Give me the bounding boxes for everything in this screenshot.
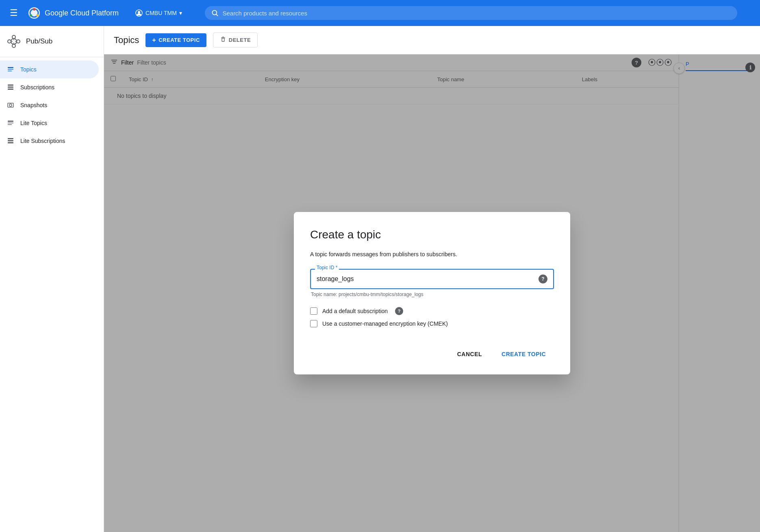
create-topic-dialog-button[interactable]: CREATE TOPIC	[493, 347, 554, 361]
sidebar-item-label-subscriptions: Subscriptions	[20, 84, 54, 91]
main-layout: Pub/Sub Topics	[0, 26, 760, 532]
app-name: Google Cloud Platform	[45, 9, 119, 17]
sidebar-nav: Topics Subscriptions	[0, 57, 104, 153]
menu-icon[interactable]: ☰	[7, 4, 21, 22]
svg-rect-30	[8, 140, 13, 141]
dialog-overlay[interactable]: Create a topic A topic forwards messages…	[104, 54, 760, 532]
sidebar-brand-name: Pub/Sub	[26, 37, 52, 45]
sidebar-item-topics[interactable]: Topics	[0, 61, 99, 78]
cmek-checkbox-item[interactable]: Use a customer-managed encryption key (C…	[310, 320, 554, 327]
sidebar-brand: Pub/Sub	[0, 26, 104, 57]
lite-subscriptions-icon	[7, 137, 15, 145]
svg-rect-29	[8, 138, 13, 139]
checkbox-group: Add a default subscription ? Use a custo…	[310, 307, 554, 327]
topics-icon	[7, 65, 15, 74]
create-topic-dialog: Create a topic A topic forwards messages…	[294, 212, 570, 374]
dialog-description: A topic forwards messages from publisher…	[310, 251, 554, 257]
topic-id-label: Topic ID *	[315, 265, 339, 270]
svg-rect-31	[8, 142, 13, 143]
plus-icon: +	[152, 37, 156, 44]
svg-line-8	[216, 14, 218, 16]
sidebar-item-label-topics: Topics	[20, 66, 37, 73]
svg-rect-22	[8, 87, 13, 88]
cmek-label: Use a customer-managed encryption key (C…	[322, 320, 448, 327]
lite-topics-icon	[7, 119, 15, 127]
svg-rect-28	[8, 124, 12, 125]
cancel-button[interactable]: CANCEL	[449, 347, 490, 361]
create-topic-button[interactable]: + CREATE TOPIC	[145, 33, 206, 47]
snapshots-icon	[7, 101, 15, 109]
topbar: ☰ Google Cloud Platform CMBU TMM ▾	[0, 0, 760, 26]
dialog-actions: CANCEL CREATE TOPIC	[310, 347, 554, 361]
default-subscription-checkbox[interactable]	[310, 307, 317, 315]
sidebar-item-lite-subscriptions[interactable]: Lite Subscriptions	[0, 132, 99, 150]
svg-point-11	[12, 44, 15, 48]
sidebar: Pub/Sub Topics	[0, 26, 104, 532]
topic-name-hint: Topic name: projects/cmbu-tmm/topics/sto…	[310, 292, 554, 297]
search-icon	[211, 9, 219, 17]
svg-point-25	[9, 104, 12, 106]
page-title: Topics	[114, 35, 139, 45]
trash-icon	[220, 36, 226, 44]
search-input[interactable]	[222, 10, 731, 17]
account-name: CMBU TMM	[145, 10, 177, 16]
default-subscription-label: Add a default subscription	[322, 308, 388, 314]
search-bar[interactable]	[205, 6, 737, 20]
sidebar-item-subscriptions[interactable]: Subscriptions	[0, 78, 99, 96]
svg-rect-19	[8, 69, 13, 70]
cmek-checkbox[interactable]	[310, 320, 317, 327]
sidebar-item-label-snapshots: Snapshots	[20, 102, 47, 108]
svg-point-12	[8, 40, 11, 43]
content-area: Topics + CREATE TOPIC DELETE	[104, 26, 760, 532]
page-header: Topics + CREATE TOPIC DELETE	[104, 26, 760, 54]
sidebar-item-label-lite-topics: Lite Topics	[20, 120, 47, 126]
account-icon	[135, 9, 143, 17]
sidebar-item-label-lite-subscriptions: Lite Subscriptions	[20, 138, 65, 144]
topic-id-input-wrap: ?	[310, 269, 554, 289]
pubsub-icon	[7, 34, 21, 49]
dialog-title: Create a topic	[310, 228, 554, 241]
svg-rect-32	[222, 38, 224, 41]
svg-point-6	[138, 11, 140, 13]
delete-button[interactable]: DELETE	[213, 32, 258, 48]
topic-id-help-icon[interactable]: ?	[539, 275, 547, 283]
svg-rect-20	[8, 71, 12, 71]
subscriptions-icon	[7, 83, 15, 91]
svg-rect-21	[8, 84, 13, 86]
svg-point-2	[33, 8, 35, 11]
create-topic-label: CREATE TOPIC	[159, 37, 200, 43]
svg-rect-27	[8, 123, 13, 123]
account-dropdown-icon[interactable]: ▾	[179, 10, 182, 16]
app-logo: Google Cloud Platform	[28, 6, 119, 19]
delete-label: DELETE	[229, 37, 251, 43]
subscription-help-icon[interactable]: ?	[395, 307, 403, 315]
svg-point-3	[36, 14, 39, 17]
gcp-logo-icon	[28, 6, 41, 19]
sidebar-item-snapshots[interactable]: Snapshots	[0, 96, 99, 114]
sidebar-item-lite-topics[interactable]: Lite Topics	[0, 114, 99, 132]
svg-point-4	[30, 14, 32, 17]
svg-point-10	[12, 35, 15, 39]
default-subscription-checkbox-item[interactable]: Add a default subscription ?	[310, 307, 554, 315]
svg-rect-26	[8, 121, 13, 122]
svg-rect-23	[8, 89, 13, 90]
svg-rect-18	[8, 67, 13, 68]
svg-point-13	[17, 40, 20, 43]
topic-id-field-group: Topic ID * ? Topic name: projects/cmbu-t…	[310, 269, 554, 297]
account-selector[interactable]: CMBU TMM ▾	[135, 9, 182, 17]
topic-id-input[interactable]	[317, 275, 539, 283]
